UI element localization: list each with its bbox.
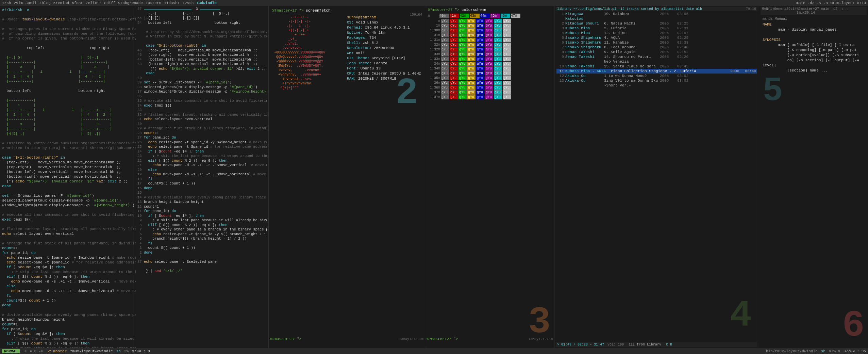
screenfetch-prompt: %?master+27 "> — [272, 9, 306, 13]
right-position: 87/09 : 35 — [844, 349, 866, 353]
tab-font[interactable]: 6font — [72, 1, 83, 5]
right-percent: 97% b — [829, 349, 840, 353]
filetype: sh — [116, 349, 121, 353]
colorscheme-row: 34mgYugYugYugYugYugYugYugYu — [428, 62, 551, 66]
colorscheme-row: 36mgYugYugYugYugYugYugYugYu — [428, 81, 551, 85]
colorscheme-row: 1;32mgYugYugYugYugYugYugYugYu — [428, 47, 551, 52]
tab-dasht[interactable]: 11dasht — [164, 1, 180, 5]
track-row[interactable]: 1 Kitagawa Katsutos 10. Rainbow 2006 03:… — [556, 12, 757, 21]
tab-diff[interactable]: 8diff — [104, 1, 115, 5]
big-number-3: 3 — [528, 304, 551, 341]
right-filetype: sh — [821, 349, 825, 353]
big-number-4: 4 — [730, 297, 752, 334]
file-position: 3/09 : 8 — [132, 349, 150, 353]
pane-screenfetch[interactable]: %?master+27 "> screenfetch .=+==++=. -|-… — [269, 6, 425, 348]
tab-blog[interactable]: 4blog — [39, 1, 51, 5]
colorscheme-row: 1;37mgYugYugYugYugYugYugYugYu — [428, 95, 551, 99]
git-status: +0 ● 0 -0 — [23, 349, 43, 353]
colorscheme-row: 37mgYugYugYugYugYugYugYugYu — [428, 90, 551, 95]
tab-elixir[interactable]: 7elixir — [86, 1, 101, 5]
player-bar: > 01:43 / 02:23 - 31:47 vol: 100 all fro… — [556, 342, 757, 347]
track-row[interactable]: 5 Sasako Shigeharu 4. AQUA 2006 02:25 — [556, 35, 757, 40]
topbar: 1zsh 2vim 3umii 4blog 5remind 6font 7eli… — [0, 0, 868, 6]
pane6-header: MAN(1) Genera39:14 %?master+27 main -d2 … — [761, 7, 867, 15]
tab-umii[interactable]: 3umii — [26, 1, 37, 5]
pane-script-left[interactable]: #!/bin/sh -e # Usage: tmux-layout-dwindl… — [0, 6, 136, 348]
statusbar: NORMAL +0 ● 0 -0 ⎇ master tmux-layout-dw… — [0, 348, 868, 354]
right-path: bin/tmux-layout-dwindle — [766, 349, 818, 353]
session-info: main -d2 -s -n tmux-layout 0:13 — [796, 1, 866, 5]
colorscheme-rows: mgYugYugYugYugYugYugYugYu1mgYugYugYugYug… — [428, 19, 551, 99]
pane1-content: #!/bin/sh -e # Usage: tmux-layout-dwindl… — [2, 7, 134, 348]
colorscheme-row: 1;34mgYugYugYugYugYugYugYugYu — [428, 66, 551, 71]
man-text: NAME man - display manual pages SYNOPSIS… — [763, 22, 865, 73]
track-row[interactable]: 6 Sasako Shigeharu 11. Hanabie 2006 02:3… — [556, 40, 757, 45]
pane3-prompt2: %?master+27 "> — [270, 337, 301, 341]
track-row[interactable]: 3 Kubota Mina 2. Fuforia 2006 02:31 — [556, 26, 757, 31]
music-header: library ~/.config/cmus/lib.pl -12 tracks… — [556, 7, 757, 11]
track-list[interactable]: 1 Kitagawa Katsutos 10. Rainbow 2006 03:… — [556, 11, 757, 342]
track-row[interactable]: 4 Kubota Mina 12. Undine 2006 02:07 — [556, 31, 757, 35]
track-row[interactable]: 8 Senao Takeshi 9. Smile Again 2006 02:5… — [556, 50, 757, 54]
tab-stern[interactable]: 10stern — [146, 1, 161, 5]
track-row[interactable]: 10 Senao Takeshi 15. Santa Claus no Sora… — [556, 64, 757, 69]
pane-colorscheme[interactable]: %?master+27 "> colorscheme m 40m 41m 42m… — [425, 6, 554, 348]
branch-name: ⎇ master — [47, 349, 67, 353]
colorscheme-row: 1;33mgYugYugYugYugYugYugYugYu — [428, 57, 551, 61]
pane-man[interactable]: MAN(1) Genera39:14 %?master+27 main -d2 … — [759, 6, 868, 348]
big-number-6: 6 — [842, 307, 865, 344]
tab-tabgrenade[interactable]: 9tabgrenade — [118, 1, 143, 5]
colorscheme-row: 31mgYugYugYugYugYugYugYugYu — [428, 33, 551, 37]
tab-ssh[interactable]: 12ssh — [182, 1, 194, 5]
colorscheme-row: 1;36mgYugYugYugYugYugYugYugYu — [428, 85, 551, 90]
colorscheme-row: 35mgYugYugYugYugYugYugYugYu — [428, 71, 551, 76]
tab-remind[interactable]: 5remind — [53, 1, 69, 5]
track-row-playing[interactable]: 11 Kubota Mina - ARIA Piano Collection S… — [556, 69, 757, 74]
pane3-inner: .=+==++=. -|-[]-[]-|- .|: 1 :|. +[]-[]-[… — [271, 14, 423, 348]
pane3-prompt: %?master+27 "> screenfetch — [271, 7, 423, 14]
tab-vim[interactable]: 2vim — [14, 1, 22, 5]
library-pos: 79:16 — [746, 7, 756, 11]
big-number-5: 5 — [763, 74, 783, 108]
colorscheme-row: 32mgYugYugYugYugYugYugYugYu — [428, 43, 551, 47]
main-area: #!/bin/sh -e # Usage: tmux-layout-dwindl… — [0, 6, 868, 348]
colorscheme-row: mgYugYugYugYugYugYugYugYu — [428, 19, 551, 23]
pane4-timestamp: 13May12:21am — [528, 337, 553, 341]
pane4-prompt: %?master+27 "> colorscheme — [427, 7, 553, 13]
colorscheme-row: 1;30mgYugYugYugYugYugYugYugYu — [428, 28, 551, 33]
pane2-content: 57 3 |-.-| |-.-| | 5|-.| 55 |-[]-[]| |-[… — [137, 7, 267, 347]
screenfetch-info: sunny@jantram OS: Void Linux Kernel: x86… — [347, 14, 421, 348]
file-percent: 3% — [124, 349, 129, 353]
pane2-text: 57 3 |-.-| |-.-| | 5|-.| 55 |-[]-[]| |-[… — [137, 7, 267, 273]
tab-dwindle[interactable]: 13dwindle — [196, 1, 216, 5]
filename: tmux-layout-dwindle — [70, 349, 113, 353]
track-row[interactable]: 2 Kitagawa Shouri 6. Natsu Machi 2006 02… — [556, 21, 757, 26]
mode-indicator: NORMAL — [2, 349, 20, 353]
track-row[interactable]: 13 Akioka Ou Sing V01 to wa Donna Iku -S… — [556, 78, 757, 88]
pane4-colorscheme: m 40m 41m 42m 43m 44m 45m 46m 47m mgYugY… — [427, 13, 553, 100]
track-row[interactable]: 7 Sasako Shigeharu 0. Tooi Kobune 2006 0… — [556, 45, 757, 50]
screenfetch-art: .=+==++=. -|-[]-[]-|- .|: 1 :|. +[]-[]-[… — [272, 14, 347, 348]
colorscheme-row: 33mgYugYugYugYugYugYugYugYu — [428, 52, 551, 57]
big-number-2: 2 — [396, 75, 418, 112]
tab-zsh[interactable]: 1zsh — [2, 1, 11, 5]
pane3-size: 159x64 — [410, 13, 422, 17]
pane3-timestamp: 13May12:22am — [399, 337, 423, 341]
pane1-text: #!/bin/sh -e # Usage: tmux-layout-dwindl… — [2, 7, 134, 348]
pane6-content: mands Manual NAME man - display manual p… — [761, 15, 867, 75]
colorscheme-row: 1mgYugYugYugYugYugYugYugYu — [428, 23, 551, 28]
colorscheme-row: 1;31mgYugYugYugYugYugYugYugYu — [428, 38, 551, 42]
pane4-prompt2: %?master+27 "> — [427, 337, 458, 341]
colorscheme-row: 1;35mgYugYugYugYugYugYugYugYu — [428, 76, 551, 80]
pane-music[interactable]: library ~/.config/cmus/lib.pl -12 tracks… — [554, 6, 759, 348]
library-title: library ~/.config/cmus/lib.pl -12 tracks… — [557, 7, 702, 11]
track-row[interactable]: 9 Senao Takeshi 14. Shourou no Patori Ne… — [556, 54, 757, 64]
track-row[interactable]: 12 Akioka Ou 1 to wa Donna Mono? 2005 03… — [556, 74, 757, 78]
pane-script-right[interactable]: 57 3 |-.-| |-.-| | 5|-.| 55 |-[]-[]| |-[… — [136, 6, 269, 348]
